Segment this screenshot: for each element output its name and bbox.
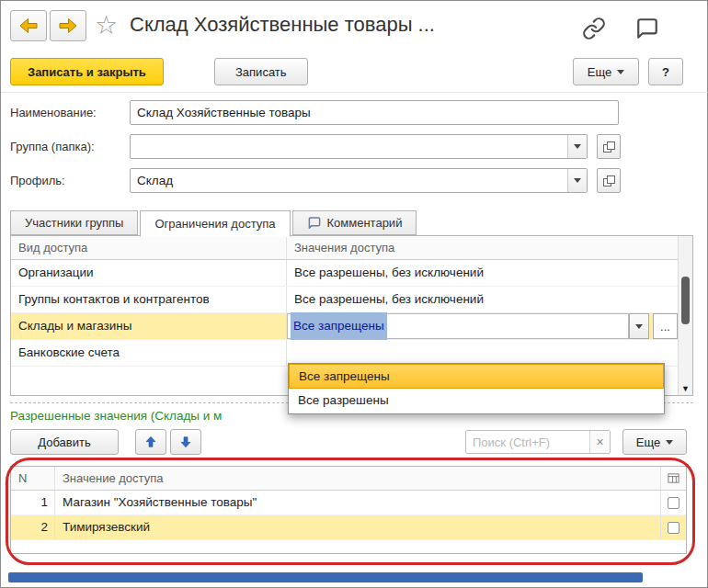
save-close-button[interactable]: Записать и закрыть [10, 58, 164, 85]
table-row[interactable]: Организации Все разрешены, без исключени… [11, 260, 692, 287]
cell-value-editing: Все запрещены ... [287, 313, 678, 339]
group-input[interactable] [131, 135, 567, 158]
cell-value: Тимирязевский [55, 515, 660, 539]
list-item[interactable]: 1 Магазин "Хозяйственные товары" [11, 491, 686, 515]
dropdown-arrow-icon [617, 70, 624, 74]
cell-kind: Организации [11, 260, 287, 286]
access-value-editor[interactable]: Все запрещены [287, 313, 629, 339]
column-header-value[interactable]: Значения доступа [287, 236, 678, 259]
list-item-selected[interactable]: 2 Тимирязевский [11, 515, 686, 540]
dropdown-list: Все запрещены Все разрешены [288, 363, 665, 414]
dropdown-arrow-icon [574, 178, 581, 183]
column-header-value[interactable]: Значение доступа [55, 467, 660, 490]
cell-kind: Банковские счета [11, 340, 287, 366]
down-arrow-icon [178, 435, 193, 449]
dropdown-option[interactable]: Все разрешены [289, 389, 664, 413]
forward-arrow-icon [57, 15, 79, 37]
tab-group-members[interactable]: Участники группы [10, 210, 138, 235]
cell-number: 2 [11, 515, 55, 539]
allowed-values-table: N Значение доступа 1 Магазин "Хозяйствен… [10, 466, 687, 554]
more-button-label: Еще [588, 65, 611, 79]
horizontal-scrollbar[interactable] [8, 572, 643, 582]
tab-label: Ограничения доступа [154, 217, 275, 231]
forward-button[interactable] [50, 10, 86, 41]
vertical-scrollbar[interactable]: ▼ [678, 236, 692, 395]
tab-access-restrictions[interactable]: Ограничения доступа [140, 210, 290, 237]
group-field [130, 134, 588, 159]
discussion-icon[interactable] [635, 17, 661, 42]
add-button[interactable]: Добавить [10, 429, 119, 455]
cell-value: Магазин "Хозяйственные товары" [55, 491, 660, 514]
open-icon [602, 141, 615, 153]
up-arrow-icon [143, 435, 158, 449]
more-button[interactable]: Еще [573, 58, 639, 85]
search-clear-button[interactable]: × [589, 431, 610, 453]
scroll-down-icon[interactable]: ▼ [679, 384, 692, 393]
dropdown-arrow-icon [666, 440, 673, 445]
move-down-button[interactable] [170, 429, 201, 455]
cell-value [287, 340, 678, 366]
table-row[interactable]: Группы контактов и контрагентов Все разр… [11, 287, 692, 313]
favorite-star-icon[interactable]: ☆ [95, 12, 118, 40]
cell-value: Все разрешены, без исключений [287, 287, 678, 312]
name-field-label: Наименование: [10, 106, 97, 119]
cell-number: 1 [11, 491, 55, 514]
cell-value: Все разрешены, без исключений [287, 260, 678, 286]
help-button[interactable]: ? [648, 58, 683, 85]
profile-input[interactable] [131, 169, 567, 192]
search-input[interactable] [466, 431, 589, 453]
dropdown-arrow-icon [635, 324, 643, 329]
tab-bar: Участники группы Ограничения доступа Ком… [10, 210, 418, 237]
page-title: Склад Хозяйственные товары ... [130, 13, 571, 37]
profile-field [130, 168, 588, 193]
editor-choose-button[interactable]: ... [653, 313, 678, 339]
table-header-row: N Значение доступа [11, 467, 686, 491]
back-button[interactable] [10, 10, 47, 41]
profile-dropdown-button[interactable] [567, 169, 587, 192]
group-dropdown-button[interactable] [567, 135, 587, 158]
row-checkbox[interactable] [668, 522, 679, 534]
name-field [130, 100, 619, 125]
column-header-n[interactable]: N [11, 467, 55, 490]
column-settings-icon [668, 472, 679, 484]
tab-label: Комментарий [327, 216, 403, 230]
dropdown-arrow-icon [574, 144, 581, 149]
selected-text: Все запрещены [291, 312, 387, 340]
cell-kind: Группы контактов и контрагентов [11, 287, 287, 312]
column-header-kind[interactable]: Вид доступа [11, 236, 287, 259]
row-checkbox[interactable] [668, 497, 679, 509]
group-field-label: Группа (папка): [10, 140, 95, 153]
table-row-selected[interactable]: Склады и магазины Все запрещены ... [11, 313, 692, 340]
more-button-label: Еще [636, 435, 660, 449]
column-settings-cell[interactable] [660, 467, 686, 490]
dropdown-option-selected[interactable]: Все запрещены [289, 364, 664, 389]
editor-dropdown-button[interactable] [629, 313, 649, 339]
cell-kind: Склады и магазины [11, 313, 287, 339]
link-icon[interactable] [582, 17, 608, 42]
group-open-button[interactable] [597, 134, 621, 159]
table-header-row: Вид доступа Значения доступа [11, 236, 692, 260]
move-up-button[interactable] [135, 429, 166, 455]
comment-bubble-icon [307, 216, 322, 230]
profile-field-label: Профиль: [10, 174, 65, 187]
allowed-values-title: Разрешенные значения (Склады и м [10, 409, 222, 423]
open-icon [602, 175, 615, 187]
save-button[interactable]: Записать [214, 58, 308, 85]
command-bar: Записать и закрыть Записать Еще ? [1, 52, 708, 93]
back-arrow-icon [17, 15, 40, 37]
tab-label: Участники группы [25, 216, 123, 230]
allowed-more-button[interactable]: Еще [622, 429, 687, 455]
tab-comment[interactable]: Комментарий [292, 210, 417, 235]
scrollbar-thumb[interactable] [681, 277, 690, 324]
profile-open-button[interactable] [597, 168, 621, 193]
name-input[interactable] [131, 101, 618, 124]
search-field: × [465, 430, 611, 454]
form-window: ☆ Склад Хозяйственные товары ... Записат… [0, 0, 708, 588]
